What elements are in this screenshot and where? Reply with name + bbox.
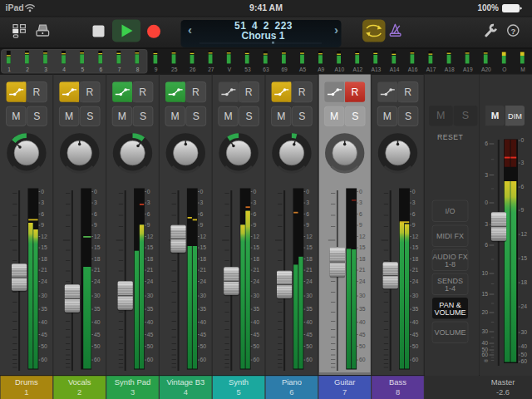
svg-text:6: 6 — [100, 66, 103, 72]
svg-text:1-4: 1-4 — [445, 284, 456, 293]
svg-text:18: 18 — [200, 256, 207, 262]
svg-text:3: 3 — [412, 200, 416, 205]
svg-text:9: 9 — [200, 222, 204, 228]
svg-text:12: 12 — [41, 234, 47, 239]
svg-text:18: 18 — [253, 256, 259, 262]
svg-text:12: 12 — [147, 234, 154, 239]
svg-text:VOLUME: VOLUME — [434, 308, 466, 317]
svg-text:0: 0 — [253, 189, 256, 195]
svg-text:MIDI FX: MIDI FX — [436, 232, 464, 240]
svg-text:6: 6 — [253, 211, 256, 217]
svg-text:SENDS: SENDS — [437, 277, 463, 285]
svg-text:R: R — [86, 86, 93, 98]
svg-text:35: 35 — [147, 306, 154, 312]
svg-text:24: 24 — [359, 278, 366, 284]
svg-text:9: 9 — [253, 222, 256, 228]
svg-text:12: 12 — [359, 234, 366, 239]
svg-text:R: R — [351, 86, 358, 98]
svg-text:12: 12 — [521, 231, 528, 237]
svg-text:RESET: RESET — [437, 133, 464, 141]
svg-text:21: 21 — [147, 267, 154, 273]
svg-text:63: 63 — [263, 66, 269, 72]
svg-text:15: 15 — [41, 244, 47, 250]
svg-text:50: 50 — [200, 343, 207, 349]
svg-text:VOLUME: VOLUME — [434, 328, 466, 337]
svg-text:45: 45 — [94, 332, 101, 337]
svg-text:0: 0 — [306, 189, 309, 195]
svg-text:1: 1 — [7, 66, 11, 72]
svg-text:S: S — [405, 111, 411, 122]
svg-text:40: 40 — [41, 319, 47, 325]
svg-text:›: › — [334, 22, 338, 37]
svg-text:AUDIO FX: AUDIO FX — [432, 253, 468, 261]
svg-text:S: S — [193, 111, 200, 122]
svg-text:18: 18 — [521, 279, 528, 285]
svg-text:9: 9 — [306, 222, 309, 228]
svg-text:24: 24 — [306, 278, 313, 284]
svg-text:iPad: iPad — [6, 2, 24, 12]
svg-text:A14: A14 — [390, 66, 400, 72]
svg-text:7: 7 — [118, 66, 121, 72]
svg-text:35: 35 — [306, 306, 313, 312]
svg-text:15: 15 — [306, 244, 313, 250]
svg-text:45: 45 — [359, 332, 366, 337]
svg-text:‹: ‹ — [188, 22, 192, 37]
svg-text:45: 45 — [41, 332, 47, 337]
svg-text:M: M — [118, 111, 126, 122]
svg-text:2: 2 — [77, 387, 81, 397]
svg-text:18: 18 — [147, 256, 154, 262]
svg-text:S: S — [246, 111, 253, 122]
svg-text:A20: A20 — [481, 66, 491, 72]
svg-text:30: 30 — [94, 293, 101, 298]
svg-text:A18: A18 — [445, 66, 455, 72]
svg-text:R: R — [139, 86, 146, 98]
svg-text:18: 18 — [306, 256, 313, 262]
svg-text:50: 50 — [359, 343, 366, 349]
svg-text:M: M — [330, 111, 338, 122]
svg-text:6: 6 — [485, 140, 488, 146]
svg-text:S: S — [352, 111, 358, 122]
svg-text:Vintage B3: Vintage B3 — [166, 377, 204, 387]
svg-text:12: 12 — [412, 234, 419, 239]
svg-text:R: R — [245, 86, 253, 98]
svg-text:15: 15 — [253, 244, 259, 250]
svg-text:4: 4 — [62, 66, 66, 72]
svg-text:Guitar: Guitar — [334, 377, 356, 387]
svg-text:6: 6 — [306, 211, 309, 217]
svg-text:50: 50 — [306, 343, 313, 349]
svg-text:12: 12 — [253, 234, 259, 239]
svg-text:24: 24 — [147, 278, 154, 284]
svg-text:60: 60 — [521, 358, 528, 364]
svg-text:60: 60 — [253, 357, 259, 362]
svg-text:6: 6 — [200, 211, 204, 217]
svg-text:∞: ∞ — [484, 357, 488, 363]
svg-text:50: 50 — [94, 343, 101, 349]
svg-text:45: 45 — [200, 332, 207, 337]
svg-text:60: 60 — [412, 357, 419, 362]
svg-text:6: 6 — [41, 211, 44, 217]
svg-text:15: 15 — [94, 244, 101, 250]
svg-text:35: 35 — [359, 306, 366, 312]
svg-text:3: 3 — [485, 172, 488, 178]
svg-text:3: 3 — [306, 200, 309, 205]
svg-text:A5: A5 — [299, 66, 306, 72]
svg-text:?: ? — [510, 27, 515, 36]
svg-text:30: 30 — [253, 293, 259, 298]
svg-text:9:41 AM: 9:41 AM — [249, 2, 283, 12]
svg-text:50: 50 — [147, 343, 154, 349]
svg-text:21: 21 — [94, 267, 101, 273]
svg-text:0: 0 — [41, 189, 44, 195]
svg-text:DIM: DIM — [508, 112, 522, 121]
svg-text:26: 26 — [190, 66, 196, 72]
svg-text:Vocals: Vocals — [68, 377, 91, 387]
svg-text:M: M — [520, 66, 525, 72]
svg-text:45: 45 — [412, 332, 419, 337]
svg-text:60: 60 — [147, 357, 154, 362]
svg-text:Drums: Drums — [15, 377, 38, 387]
svg-text:27: 27 — [208, 66, 214, 72]
svg-text:3: 3 — [147, 200, 150, 205]
svg-text:M: M — [171, 111, 180, 122]
svg-text:9: 9 — [521, 207, 525, 213]
svg-text:45: 45 — [147, 332, 154, 337]
svg-text:O: O — [502, 66, 506, 72]
